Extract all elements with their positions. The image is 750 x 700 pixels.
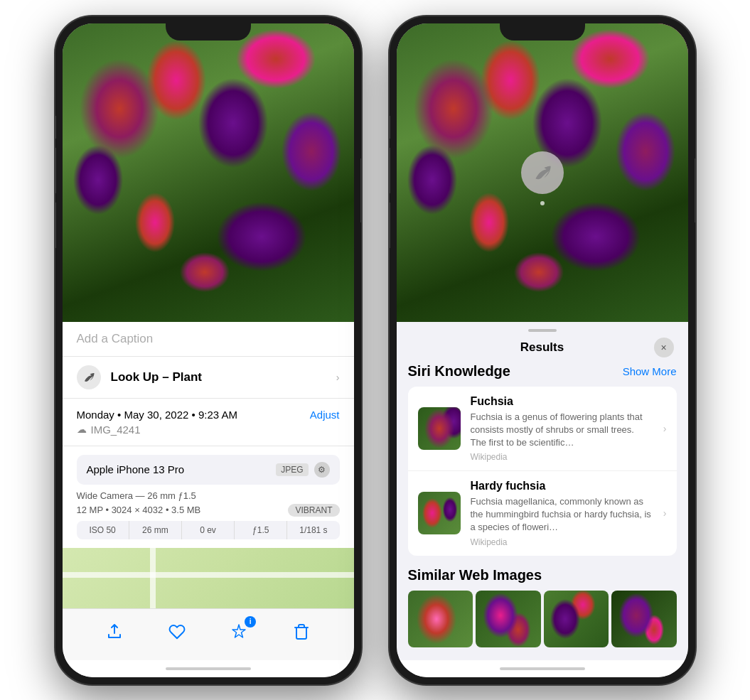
info-badge: i <box>245 616 256 628</box>
hardy-description: Fuchsia magellanica, commonly known as t… <box>471 495 653 534</box>
lookup-label-bold: Look Up – <box>111 370 169 384</box>
fuchsia-source: Wikipedia <box>471 452 653 462</box>
aperture-value: ƒ1.5 <box>235 521 287 539</box>
lookup-row[interactable]: Look Up – Plant › <box>63 357 354 399</box>
close-icon: × <box>660 342 666 353</box>
format-badge: JPEG <box>276 463 308 476</box>
vibrant-badge: VIBRANT <box>288 504 339 517</box>
web-image-4[interactable] <box>611 591 677 647</box>
similar-web-images-section: Similar Web Images <box>408 567 677 647</box>
trash-icon <box>293 623 310 640</box>
photo-info-section: Monday • May 30, 2022 • 9:23 AM Adjust ☁… <box>63 399 354 446</box>
siri-knowledge-header: Siri Knowledge Show More <box>408 363 677 379</box>
visual-search-button[interactable] <box>521 151 564 194</box>
exif-row: ISO 50 26 mm 0 ev ƒ1.5 1/181 s <box>77 521 340 539</box>
results-panel: Results × Siri Knowledge Show More <box>397 322 688 660</box>
left-phone-screen: Add a Caption Look Up – Plant › Monday •… <box>63 23 354 677</box>
left-phone: Add a Caption Look Up – Plant › Monday •… <box>55 16 361 684</box>
caption-placeholder: Add a Caption <box>77 332 154 345</box>
favorite-button[interactable] <box>163 618 191 646</box>
web-images-row <box>408 591 677 647</box>
results-header: Results × <box>397 332 688 363</box>
specs-text: 12 MP • 3024 × 4032 • 3.5 MB <box>77 505 201 515</box>
adjust-button[interactable]: Adjust <box>310 409 340 421</box>
right-phone-screen: Results × Siri Knowledge Show More <box>397 23 688 677</box>
leaf-search-icon <box>532 163 552 183</box>
home-bar <box>166 667 251 670</box>
flower-photo <box>63 23 354 322</box>
right-volume-up-button[interactable] <box>390 148 390 193</box>
fuchsia-info: Fuchsia Fuchsia is a genus of flowering … <box>471 395 667 463</box>
cloud-icon: ☁ <box>77 424 87 435</box>
right-photo-area[interactable] <box>397 23 688 322</box>
fuchsia-thumb-image <box>418 407 461 450</box>
map-area[interactable] <box>63 548 354 608</box>
mute-button[interactable] <box>55 116 56 139</box>
hardy-info: Hardy fuchsia Fuchsia magellanica, commo… <box>471 480 667 547</box>
date-row: Monday • May 30, 2022 • 9:23 AM Adjust <box>77 409 340 421</box>
volume-up-button[interactable] <box>55 148 56 193</box>
map-background <box>63 548 354 608</box>
specs-row: 12 MP • 3024 × 4032 • 3.5 MB VIBRANT <box>77 504 340 517</box>
size-text: 3.5 MB <box>171 505 200 515</box>
hardy-fuchsia-item[interactable]: Hardy fuchsia Fuchsia magellanica, commo… <box>408 471 677 556</box>
ev-value: 0 ev <box>182 521 235 539</box>
results-content[interactable]: Siri Knowledge Show More Fuchsia Fuchsia… <box>397 363 688 660</box>
filename-text: IMG_4241 <box>91 424 141 436</box>
hardy-thumbnail <box>418 492 461 534</box>
map-road-v <box>150 548 156 608</box>
focal-value: 26 mm <box>129 521 182 539</box>
heart-icon <box>168 623 186 640</box>
fuchsia-title: Fuchsia <box>471 395 653 408</box>
knowledge-card: Fuchsia Fuchsia is a genus of flowering … <box>408 387 677 556</box>
right-home-indicator <box>397 660 688 677</box>
close-button[interactable]: × <box>654 338 674 357</box>
lookup-label: Look Up – Plant <box>111 370 202 384</box>
fuchsia-item[interactable]: Fuchsia Fuchsia is a genus of flowering … <box>408 387 677 472</box>
share-button[interactable] <box>100 618 129 646</box>
web-image-1[interactable] <box>408 591 473 647</box>
right-power-button[interactable] <box>695 158 695 222</box>
res-text: 3024 × 4032 <box>112 505 164 515</box>
results-title: Results <box>520 340 564 355</box>
fuchsia-thumbnail <box>418 407 461 450</box>
date-text: Monday • May 30, 2022 • 9:23 AM <box>77 409 237 421</box>
camera-text: Wide Camera — 26 mm ƒ1.5 <box>77 490 196 501</box>
caption-area[interactable]: Add a Caption <box>63 322 354 357</box>
iso-value: ISO 50 <box>77 521 129 539</box>
siri-knowledge-title: Siri Knowledge <box>408 363 510 379</box>
map-road-h <box>63 572 354 578</box>
right-mute-button[interactable] <box>390 116 390 139</box>
gear-icon: ⚙ <box>314 462 330 478</box>
filename-row: ☁ IMG_4241 <box>77 424 340 436</box>
hardy-chevron: › <box>663 507 667 519</box>
power-button[interactable] <box>360 158 361 222</box>
leaf-icon <box>82 371 95 384</box>
lookup-chevron: › <box>336 372 340 383</box>
info-button[interactable]: i <box>225 618 253 646</box>
hardy-title: Hardy fuchsia <box>471 480 653 492</box>
fuchsia-description: Fuchsia is a genus of flowering plants t… <box>471 411 653 450</box>
lookup-icon-circle <box>77 365 101 389</box>
right-volume-down-button[interactable] <box>390 203 390 248</box>
toolbar: i <box>63 608 354 660</box>
web-image-3[interactable] <box>544 591 609 647</box>
device-section: Apple iPhone 13 Pro JPEG ⚙ Wide Camera —… <box>63 446 354 548</box>
device-badges: JPEG ⚙ <box>276 462 329 478</box>
fuchsia-chevron: › <box>663 423 667 434</box>
mp-text: 12 MP <box>77 505 103 515</box>
lookup-label-rest: Plant <box>169 370 202 384</box>
sparkle-info-icon <box>230 623 247 640</box>
info-badge-label: i <box>250 618 252 625</box>
photo-area[interactable] <box>63 23 354 322</box>
device-name: Apple iPhone 13 Pro <box>87 463 185 475</box>
show-more-button[interactable]: Show More <box>623 365 677 377</box>
similar-header: Similar Web Images <box>408 567 677 583</box>
delete-button[interactable] <box>287 618 316 646</box>
web-image-2[interactable] <box>476 591 541 647</box>
volume-down-button[interactable] <box>55 203 56 248</box>
right-phone: Results × Siri Knowledge Show More <box>390 16 695 684</box>
share-icon <box>106 623 123 640</box>
right-home-bar <box>500 667 585 670</box>
camera-details: Wide Camera — 26 mm ƒ1.5 <box>77 490 340 501</box>
